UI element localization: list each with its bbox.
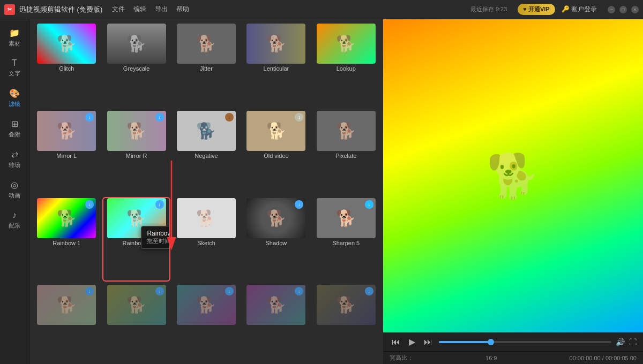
sidebar-label-music: 配乐	[9, 222, 20, 230]
download-badge-mirrorl: ↓	[85, 113, 94, 122]
effect-greyscale[interactable]: 🐕 Greyscale	[103, 24, 169, 107]
preview-gradient: 🐕	[383, 19, 643, 332]
tooltip-title: Rainbow 2	[147, 230, 169, 237]
effect-thumb-sharpen5: ↓ 🐕	[317, 198, 376, 238]
menu-bar: 文件 编辑 导出 帮助	[112, 5, 189, 14]
effect-label-sharpen5: Sharpen 5	[332, 240, 360, 246]
titlebar-left: ✂ 迅捷视频剪辑软件 (免费版) 文件 编辑 导出 帮助	[4, 4, 189, 15]
effect-pixelate[interactable]: 🐕 Pixelate	[313, 111, 379, 194]
effect-mirrorl[interactable]: ↓ 🐕 Mirror L	[34, 111, 99, 194]
effect-row4-3[interactable]: ↓ 🐕	[174, 285, 239, 360]
effect-label-lenticular: Lenticular	[264, 65, 289, 72]
effect-lenticular[interactable]: 🐕 Lenticular	[243, 24, 309, 107]
preview-video: 🐕	[383, 19, 643, 332]
effect-oldvideo[interactable]: ↓ 🐕 Old video	[243, 111, 309, 194]
sidebar-label-assets: 素材	[9, 40, 20, 48]
sidebar-label-filter: 滤镜	[9, 100, 20, 108]
titlebar-right: 最近保存 9:23 ♥ 开通VIP 🔑 账户登录 － □ ×	[470, 4, 639, 15]
sidebar-item-transition[interactable]: ⇄ 转场	[1, 145, 28, 173]
effect-label-sketch: Sketch	[197, 240, 215, 246]
download-badge-shadow: ↓	[295, 200, 303, 209]
animation-icon: ◎	[11, 180, 18, 190]
aspect-ratio-value: 16:9	[485, 355, 497, 361]
progress-thumb	[488, 339, 494, 345]
effect-thumb-row4-2: ↓ 🐕	[107, 285, 166, 325]
sidebar-item-music[interactable]: ♪ 配乐	[1, 206, 28, 234]
effect-thumb-pixelate: 🐕	[317, 111, 376, 151]
sidebar-label-animation: 动画	[9, 192, 20, 200]
effect-rainbow1[interactable]: ↓ 🐕 Rainbow 1	[34, 198, 99, 281]
filter-icon: 🎨	[9, 88, 20, 98]
effect-thumb-glitch: 🐕	[37, 24, 96, 64]
menu-help[interactable]: 帮助	[176, 5, 189, 14]
volume-icon[interactable]: 🔊	[616, 338, 625, 346]
effect-lookup[interactable]: 🐕 Lookup	[313, 24, 379, 107]
effect-label-rainbow1: Rainbow 1	[53, 240, 80, 246]
effect-glitch[interactable]: 🐕 Glitch	[34, 24, 99, 107]
preview-panel: 🐕 ⏮ ▶ ⏭ 🔊 ⛶ 宽高比： 16:9 00:00:00.00 / 00:0…	[383, 19, 643, 364]
effect-shadow[interactable]: ↓ 🐕 Shadow	[243, 198, 309, 281]
effect-label-mirrorl: Mirror L	[56, 153, 77, 159]
effect-row4-5[interactable]: ↓ 🐕	[313, 285, 379, 360]
preview-controls: ⏮ ▶ ⏭ 🔊 ⛶	[383, 332, 643, 351]
vip-button[interactable]: ♥ 开通VIP	[518, 4, 555, 15]
preview-info: 宽高比： 16:9 00:00:00.00 / 00:00:05.00	[383, 351, 643, 364]
sidebar-item-animation[interactable]: ◎ 动画	[1, 176, 28, 204]
effect-rainbow2[interactable]: ↓ 🐕 Rainbow 2 Rainbow 2 拖至时间线使其生效	[103, 198, 169, 281]
effect-label-shadow: Shadow	[266, 240, 287, 246]
effect-jitter[interactable]: 🐕 Jitter	[174, 24, 239, 107]
effect-thumb-lookup: 🐕	[317, 24, 376, 64]
effect-label-oldvideo: Old video	[264, 153, 288, 159]
progress-bar[interactable]	[439, 341, 611, 343]
music-icon: ♪	[12, 210, 17, 220]
download-badge-row4-4: ↓	[295, 287, 303, 295]
effect-label-mirrorr: Mirror R	[126, 153, 147, 159]
fullscreen-icon[interactable]: ⛶	[629, 338, 637, 346]
tooltip-subtitle: 拖至时间线使其生效	[147, 237, 169, 245]
effect-thumb-greyscale: 🐕	[107, 24, 166, 64]
effect-label-greyscale: Greyscale	[123, 65, 150, 72]
effect-row4-2[interactable]: ↓ 🐕	[103, 285, 169, 360]
sidebar-item-assets[interactable]: 📁 素材	[1, 24, 28, 52]
text-icon: T	[12, 58, 17, 68]
sidebar-item-overlay[interactable]: ⊞ 叠附	[1, 115, 28, 143]
skip-back-button[interactable]: ⏮	[390, 336, 402, 348]
sidebar-label-transition: 转场	[9, 161, 20, 169]
effect-sharpen5[interactable]: ↓ 🐕 Sharpen 5	[313, 198, 379, 281]
download-badge-rainbow2: ↓	[155, 200, 164, 209]
effect-thumb-sketch: 🐕	[177, 198, 236, 238]
download-badge-oldvideo: ↓	[295, 113, 303, 122]
effect-thumb-mirrorr: ↓ 🐕	[107, 111, 166, 151]
effect-thumb-rainbow1: ↓ 🐕	[37, 198, 96, 238]
sidebar: 📁 素材 T 文字 🎨 滤镜 ⊞ 叠附 ⇄ 转场 ◎ 动画 ♪ 配乐	[0, 19, 29, 364]
sidebar-item-text[interactable]: T 文字	[1, 54, 28, 82]
effects-panel: 🐕 Glitch 🐕 Greyscale 🐕 Jitter 🐕	[29, 19, 383, 364]
menu-export[interactable]: 导出	[155, 5, 168, 14]
effects-grid: 🐕 Glitch 🐕 Greyscale 🐕 Jitter 🐕	[29, 19, 383, 364]
effect-thumb-jitter: 🐕	[177, 24, 236, 64]
minimize-button[interactable]: －	[608, 6, 615, 13]
menu-file[interactable]: 文件	[112, 5, 125, 14]
effect-row4-1[interactable]: ↓ 🐕	[34, 285, 99, 360]
effect-thumb-row4-1: ↓ 🐕	[37, 285, 96, 325]
maximize-button[interactable]: □	[619, 6, 627, 13]
skip-forward-button[interactable]: ⏭	[422, 336, 435, 348]
titlebar: ✂ 迅捷视频剪辑软件 (免费版) 文件 编辑 导出 帮助 最近保存 9:23 ♥…	[0, 0, 643, 19]
menu-edit[interactable]: 编辑	[133, 5, 146, 14]
app-logo: ✂	[4, 4, 15, 15]
progress-fill	[439, 341, 491, 343]
download-badge-row4-1: ↓	[85, 287, 94, 295]
play-button[interactable]: ▶	[407, 336, 417, 348]
effect-mirrorr[interactable]: ↓ 🐕 Mirror R	[103, 111, 169, 194]
sidebar-item-filter[interactable]: 🎨 滤镜	[1, 84, 28, 112]
effect-negative[interactable]: ↓ 🐕 Negative	[174, 111, 239, 194]
overlay-icon: ⊞	[11, 119, 18, 129]
effect-sketch[interactable]: 🐕 Sketch	[174, 198, 239, 281]
account-button[interactable]: 🔑 账户登录	[562, 5, 597, 14]
effect-thumb-row4-5: ↓ 🐕	[317, 285, 376, 325]
time-display: 00:00:00.00 / 00:00:05.00	[570, 355, 637, 361]
close-button[interactable]: ×	[631, 6, 639, 13]
download-badge-negative: ↓	[225, 113, 234, 122]
effect-thumb-row4-3: ↓ 🐕	[177, 285, 236, 325]
effect-row4-4[interactable]: ↓ 🐕	[243, 285, 309, 360]
